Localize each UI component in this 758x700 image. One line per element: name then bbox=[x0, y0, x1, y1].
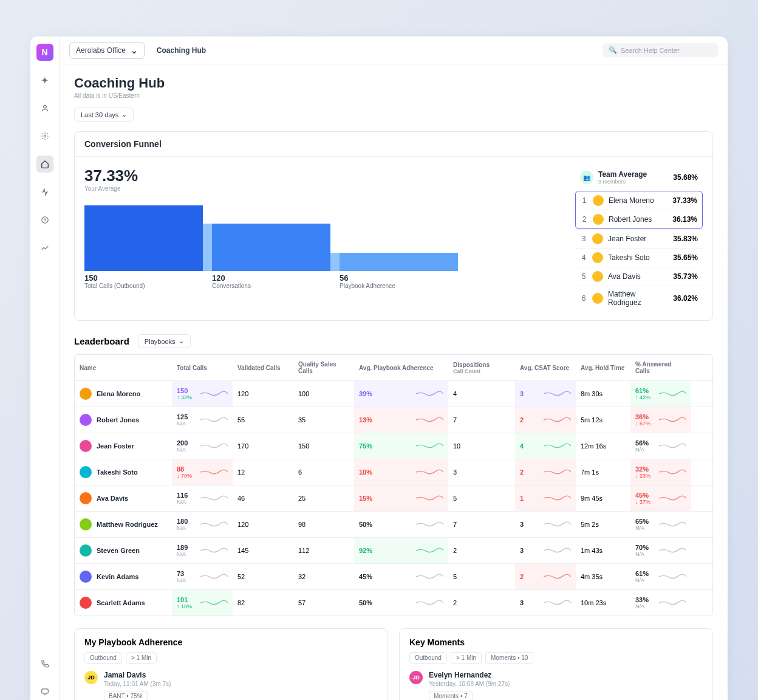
nav-user-icon[interactable] bbox=[36, 100, 53, 117]
filter-chip[interactable]: > 1 Min bbox=[126, 652, 157, 664]
nav-trend-icon[interactable] bbox=[36, 239, 53, 256]
topbar: Aerolabs Office ⌄ Coaching Hub 🔍 Search … bbox=[60, 36, 728, 64]
funnel-card: Conversion Funnel 37.33% Your Average 15… bbox=[74, 131, 713, 321]
chevron-down-icon: ⌄ bbox=[131, 46, 138, 55]
team-icon: 👥 bbox=[580, 171, 593, 184]
chevron-down-icon: ⌄ bbox=[179, 337, 184, 345]
table-row[interactable]: Matthew Rodriguez 180N/A 120 98 50% 7 3 … bbox=[75, 512, 712, 538]
table-row[interactable]: Steven Green 189N/A 145 112 92% 2 3 1m 4… bbox=[75, 538, 712, 564]
search-placeholder: Search Help Center bbox=[621, 47, 680, 54]
funnel-title: Conversion Funnel bbox=[75, 132, 712, 157]
team-average-row: 👥 Team Average 9 members 35.68% bbox=[575, 166, 703, 188]
svg-rect-3 bbox=[41, 689, 48, 693]
chevron-down-icon: ⌄ bbox=[121, 111, 127, 118]
avatar bbox=[80, 414, 92, 426]
funnel-stage: 150Total Calls (Outbound) bbox=[84, 273, 212, 289]
playbook-title: My Playbook Adherence bbox=[84, 637, 378, 647]
avatar bbox=[80, 492, 92, 504]
rank-row[interactable]: 4Takeshi Soto35.65% bbox=[575, 248, 703, 267]
app-shell: N ✦ Aerolabs Office ⌄ Coaching Hub 🔍 Sea… bbox=[30, 36, 728, 700]
table-row[interactable]: Jean Foster 200N/A 170 150 75% 10 4 12m … bbox=[75, 433, 712, 459]
table-row[interactable]: Scarlett Adams 101↑ 18% 82 57 50% 2 3 10… bbox=[75, 590, 712, 616]
sidebar: N ✦ bbox=[30, 36, 60, 700]
nav-phone-icon[interactable] bbox=[36, 655, 53, 672]
table-row[interactable]: Takeshi Soto 88↓ 70% 12 6 10% 3 2 7m 1s … bbox=[75, 459, 712, 486]
leaderboard-filter[interactable]: Playbooks ⌄ bbox=[138, 334, 191, 348]
entry-icon: JD bbox=[84, 671, 98, 684]
nav-chat-icon[interactable] bbox=[36, 683, 53, 700]
table-row[interactable]: Robert Jones 125N/A 55 35 13% 7 2 5m 12s… bbox=[75, 407, 712, 433]
nav-home-icon[interactable] bbox=[36, 156, 53, 173]
search-icon: 🔍 bbox=[609, 46, 617, 54]
workspace-select[interactable]: Aerolabs Office ⌄ bbox=[69, 42, 145, 59]
playbook-panel: My Playbook Adherence Outbound> 1 Min JD… bbox=[74, 628, 388, 700]
table-row[interactable]: Kevin Adams 73N/A 52 32 45% 5 2 4m 35s 6… bbox=[75, 564, 712, 590]
filter-chip[interactable]: Outbound bbox=[409, 652, 447, 664]
svg-point-0 bbox=[43, 105, 46, 108]
rank-row[interactable]: 1Elena Moreno37.33% bbox=[576, 191, 702, 210]
filter-chip[interactable]: Outbound bbox=[84, 652, 122, 664]
nav-sparkle-icon[interactable]: ✦ bbox=[36, 72, 53, 89]
avatar bbox=[80, 466, 92, 478]
rank-list: 1Elena Moreno37.33%2Robert Jones36.13% bbox=[575, 191, 703, 229]
content: Coaching Hub All data is in US/Eastern L… bbox=[60, 64, 728, 700]
avatar bbox=[80, 388, 92, 400]
leaderboard-table: Name Total Calls Validated Calls Quality… bbox=[74, 354, 713, 616]
list-item[interactable]: JD Evelyn HernandezYesterday, 10:08 AM (… bbox=[409, 671, 703, 700]
main: Aerolabs Office ⌄ Coaching Hub 🔍 Search … bbox=[60, 36, 728, 700]
funnel-average-value: 37.33% bbox=[84, 166, 569, 185]
funnel-stage: 120Conversations bbox=[212, 273, 340, 289]
avatar bbox=[80, 597, 92, 609]
page-subtitle: All data is in US/Eastern bbox=[74, 92, 713, 99]
filter-chip[interactable]: Moments • 10 bbox=[485, 652, 533, 664]
nav-activity-icon[interactable] bbox=[36, 184, 53, 201]
filter-chip[interactable]: > 1 Min bbox=[451, 652, 482, 664]
funnel-average-label: Your Average bbox=[84, 185, 569, 192]
funnel-bars bbox=[84, 198, 569, 271]
rank-row[interactable]: 5Ava Davis35.73% bbox=[575, 267, 703, 286]
funnel-stage: 56Playbook Adherence bbox=[340, 273, 467, 289]
table-row[interactable]: Ava Davis 116N/A 46 25 15% 5 1 9m 45s 45… bbox=[75, 486, 712, 512]
avatar bbox=[80, 440, 92, 452]
page-title: Coaching Hub bbox=[74, 75, 713, 91]
entry-icon: JD bbox=[409, 671, 423, 684]
search-input[interactable]: 🔍 Search Help Center bbox=[603, 43, 718, 57]
avatar bbox=[80, 544, 92, 557]
rank-row[interactable]: 2Robert Jones36.13% bbox=[576, 210, 702, 228]
date-range-filter[interactable]: Last 30 days ⌄ bbox=[74, 108, 134, 122]
avatar bbox=[80, 518, 92, 530]
leaderboard-title: Leaderboard bbox=[74, 336, 129, 346]
workspace-name: Aerolabs Office bbox=[76, 46, 126, 55]
rank-row[interactable]: 6Matthew Rodriguez36.02% bbox=[575, 286, 703, 311]
table-header: Name Total Calls Validated Calls Quality… bbox=[75, 355, 712, 381]
moments-panel: Key Moments Outbound> 1 MinMoments • 10 … bbox=[399, 628, 713, 700]
svg-point-1 bbox=[44, 135, 46, 137]
list-item[interactable]: JD Jamal DavisToday, 11:01 AM (3m 7s)BAN… bbox=[84, 671, 378, 700]
breadcrumb: Coaching Hub bbox=[157, 46, 206, 55]
nav-history-icon[interactable] bbox=[36, 211, 53, 228]
avatar bbox=[80, 571, 92, 583]
app-logo[interactable]: N bbox=[36, 44, 53, 61]
moments-title: Key Moments bbox=[409, 637, 703, 647]
nav-settings-icon[interactable] bbox=[36, 128, 53, 145]
funnel-rank-panel: 👥 Team Average 9 members 35.68% 1Elena M… bbox=[575, 166, 703, 311]
table-row[interactable]: Elena Moreno 150↑ 32% 120 100 39% 4 3 8m… bbox=[75, 381, 712, 407]
rank-row[interactable]: 3Jean Foster35.83% bbox=[575, 229, 703, 248]
